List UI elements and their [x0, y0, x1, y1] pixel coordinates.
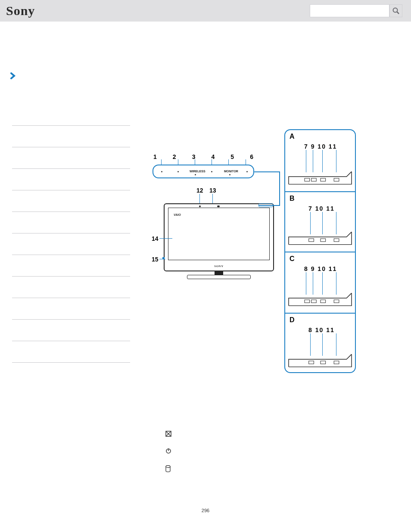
variant-callouts: 7 10 11 — [308, 205, 335, 212]
corner-sketch — [288, 353, 352, 368]
disc-icon — [165, 465, 171, 472]
svg-rect-13 — [309, 361, 314, 364]
connector-target — [258, 203, 273, 207]
svg-line-1 — [397, 12, 399, 14]
callout-15: 15 — [152, 256, 159, 263]
screen: VAIO — [168, 208, 270, 260]
leader-line — [159, 238, 172, 239]
camera-dot — [217, 205, 220, 207]
corner-sketch — [288, 231, 352, 246]
sidebar-item[interactable] — [12, 147, 130, 169]
svg-rect-5 — [334, 178, 339, 181]
detail-variant-B: B7 10 11 — [285, 192, 355, 252]
leader-line — [306, 272, 306, 295]
sidebar-item[interactable] — [12, 190, 130, 212]
leader-line — [212, 194, 213, 204]
svg-rect-3 — [311, 178, 317, 181]
sidebar-nav — [12, 104, 130, 363]
leader-line — [313, 150, 313, 172]
variant-letter: C — [290, 255, 295, 263]
callout-number: 1 — [153, 153, 157, 160]
leader-line — [336, 150, 336, 172]
detail-variant-C: C8 9 10 11 — [285, 252, 355, 314]
variant-callouts: 7 9 10 11 — [304, 143, 337, 150]
variant-letter: A — [290, 133, 295, 140]
connector-line — [279, 171, 280, 206]
sidebar-item[interactable] — [12, 320, 130, 341]
hdd-icon — [165, 431, 171, 438]
sidebar-item[interactable] — [12, 212, 130, 233]
leader-line — [336, 272, 336, 295]
camera-dot — [199, 205, 201, 207]
callout-number: 2 — [173, 153, 176, 160]
header-bar: Sony — [0, 0, 411, 22]
svg-rect-9 — [305, 300, 310, 303]
detail-variant-D: D8 10 11 — [285, 314, 355, 373]
sidebar-item[interactable] — [12, 126, 130, 147]
svg-rect-7 — [321, 239, 326, 242]
leader-line — [322, 333, 323, 356]
svg-rect-12 — [334, 300, 339, 303]
svg-rect-11 — [321, 300, 326, 303]
svg-rect-15 — [334, 361, 339, 364]
page-number: 296 — [202, 508, 209, 513]
product-diagram: 123456 WIRELESS MONITOR 12 13 VAIO SONY … — [146, 129, 401, 379]
corner-sketch — [288, 171, 352, 185]
svg-point-0 — [393, 8, 398, 12]
leader-line — [336, 333, 336, 356]
search-area — [310, 4, 402, 17]
connector-line — [254, 171, 280, 172]
callout-numbers-top: 123456 — [153, 153, 253, 160]
search-icon — [392, 7, 400, 15]
sidebar-item[interactable] — [12, 277, 130, 298]
search-input[interactable] — [310, 4, 389, 17]
callout-12: 12 — [196, 187, 203, 194]
svg-rect-6 — [309, 239, 314, 242]
leader-line — [199, 194, 200, 204]
icon-column — [165, 431, 171, 482]
power-icon — [165, 448, 171, 455]
svg-rect-4 — [321, 178, 326, 181]
detail-variant-A: A7 9 10 11 — [285, 130, 355, 192]
callout-number: 6 — [250, 153, 253, 160]
callout-13: 13 — [209, 187, 216, 194]
variant-letter: B — [290, 195, 295, 202]
detail-variants: A7 9 10 11B7 10 11C8 9 10 11D8 10 11 — [284, 129, 356, 373]
leader-line — [306, 150, 306, 172]
callout-number: 5 — [230, 153, 234, 160]
svg-rect-14 — [321, 361, 326, 364]
front-indicator-band: WIRELESS MONITOR — [153, 165, 254, 178]
vaio-logo: VAIO — [174, 213, 181, 216]
variant-letter: D — [290, 316, 295, 324]
svg-rect-2 — [305, 178, 310, 181]
sidebar-item[interactable] — [12, 298, 130, 320]
monitor-stand-base — [187, 275, 251, 279]
svg-point-21 — [166, 466, 170, 468]
leader-line — [310, 333, 311, 356]
svg-rect-10 — [311, 300, 317, 303]
leader-line — [322, 150, 323, 172]
variant-callouts: 8 9 10 11 — [304, 265, 337, 272]
leader-line — [313, 272, 313, 295]
wireless-label: WIRELESS — [190, 170, 206, 173]
callout-14: 14 — [152, 235, 159, 242]
monitor-front: VAIO SONY — [164, 203, 274, 271]
breadcrumb-chevron-icon — [10, 72, 16, 81]
sidebar-item[interactable] — [12, 255, 130, 277]
search-button[interactable] — [389, 4, 402, 17]
sidebar-item[interactable] — [12, 169, 130, 190]
corner-sketch — [288, 292, 352, 307]
variant-callouts: 8 10 11 — [308, 327, 335, 333]
leader-tip — [162, 257, 165, 259]
svg-rect-8 — [334, 239, 339, 242]
sidebar-item[interactable] — [12, 341, 130, 363]
brand-logo: Sony — [6, 3, 35, 18]
monitor-stand — [215, 271, 223, 275]
sony-bezel-logo: SONY — [214, 264, 223, 268]
monitor-label: MONITOR — [224, 170, 238, 173]
sidebar-item[interactable] — [12, 233, 130, 255]
sidebar-item[interactable] — [12, 104, 130, 126]
leader-line — [322, 272, 323, 295]
